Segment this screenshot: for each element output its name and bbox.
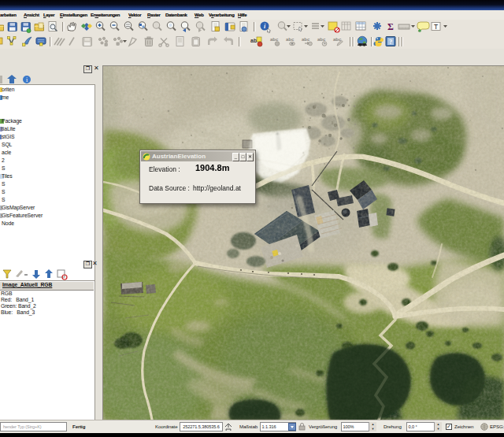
svg-text:T: T — [434, 23, 438, 31]
svg-text:ab: ab — [250, 38, 257, 43]
svg-text:Σ: Σ — [387, 21, 394, 32]
svg-text:?: ? — [389, 39, 392, 46]
